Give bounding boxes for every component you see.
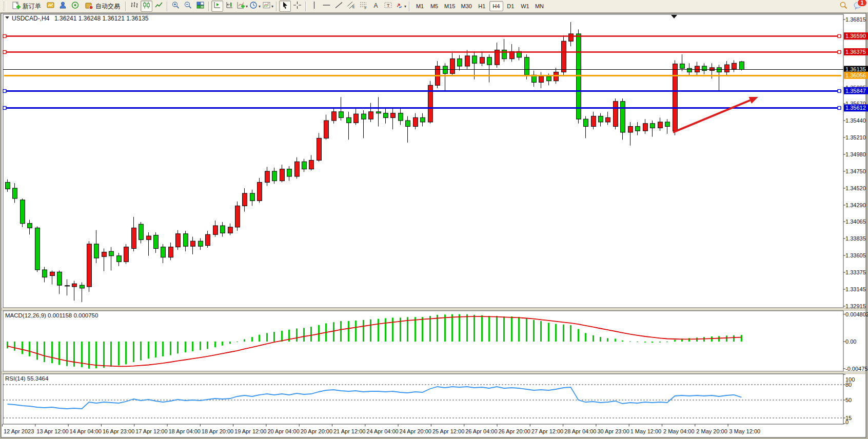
search-icon (839, 1, 848, 12)
macd-histogram-bar (355, 321, 357, 342)
vertical-line-tool-button[interactable] (308, 1, 320, 12)
candle-body (725, 65, 729, 72)
macd-histogram-bar (415, 317, 416, 342)
auto-scroll-button[interactable] (211, 1, 223, 12)
timeframe-button-d1[interactable]: D1 (504, 1, 518, 11)
macd-histogram-bar (629, 341, 631, 342)
periods-button[interactable]: ▾ (249, 1, 261, 12)
candle-body (577, 34, 581, 119)
chart-window-button[interactable] (45, 1, 56, 12)
macd-histogram-bar (459, 314, 460, 342)
trendline-tool-button[interactable] (333, 1, 345, 12)
search-button[interactable] (837, 1, 849, 12)
candle-body (643, 124, 648, 131)
rsi-axis-label: 50 (845, 397, 852, 403)
candle-body (184, 234, 188, 246)
navigator-button[interactable] (57, 1, 69, 12)
candle-body (6, 182, 10, 189)
macd-histogram-bar (162, 342, 164, 356)
equidistant-channel-tool-button[interactable]: E (345, 1, 357, 12)
candle-body (57, 272, 62, 285)
candle-body (421, 117, 425, 122)
price-chart[interactable]: 1.368151.358851.356701.354401.352101.349… (0, 13, 868, 439)
candle-body (702, 66, 707, 71)
zoom-in-button[interactable] (170, 1, 182, 12)
text-label-tool-button[interactable]: T (382, 1, 394, 12)
macd-histogram-bar (200, 342, 201, 350)
terminal-button[interactable] (69, 1, 81, 12)
macd-histogram-bar (496, 316, 498, 342)
pane-splitter[interactable] (2, 372, 865, 374)
macd-histogram-bar (674, 340, 676, 342)
macd-histogram-bar (540, 321, 542, 342)
timeframe-button-h4[interactable]: H4 (489, 1, 503, 11)
candle-body (399, 113, 403, 121)
timeframe-button-m30[interactable]: M30 (458, 1, 474, 11)
zoom-out-icon (184, 1, 192, 11)
tile-windows-icon (196, 1, 205, 11)
auto-trading-label: 自动交易 (95, 2, 120, 11)
date-axis-label: 14 Apr 04:00 (70, 428, 102, 434)
macd-histogram-bar (570, 325, 571, 342)
chart-shift-button[interactable] (224, 1, 235, 12)
macd-histogram-bar (170, 342, 171, 355)
cursor-tool-button[interactable] (279, 1, 291, 12)
timeframe-button-m5[interactable]: M5 (427, 1, 441, 11)
timeframe-button-h1[interactable]: H1 (475, 1, 489, 11)
candle-body (287, 169, 292, 176)
horizontal-line-tool-button[interactable] (321, 1, 332, 12)
rsi-pane[interactable] (3, 374, 843, 424)
pane-splitter[interactable] (2, 308, 865, 311)
tile-windows-button[interactable] (194, 1, 206, 12)
line-handle[interactable] (3, 90, 6, 93)
macd-histogram-bar (133, 342, 134, 362)
fibonacci-tool-button[interactable]: F (358, 1, 369, 12)
macd-histogram-bar (281, 331, 283, 342)
macd-histogram-bar (652, 342, 653, 343)
auto-trading-icon (85, 2, 93, 11)
price-axis-label: 1.34750 (845, 168, 866, 174)
arrow-shapes-icon (395, 1, 404, 11)
candle-body (139, 224, 144, 240)
macd-histogram-bar (273, 332, 275, 342)
line-handle[interactable] (838, 35, 841, 38)
line-handle[interactable] (3, 107, 6, 110)
candle-body (35, 228, 40, 270)
new-order-button[interactable]: 新订单 (9, 1, 44, 12)
candle-chart-mode-button[interactable] (141, 1, 152, 12)
timeframe-button-m1[interactable]: M1 (413, 1, 427, 11)
macd-histogram-bar (733, 335, 735, 342)
templates-button[interactable]: ▾ (262, 1, 274, 12)
price-axis-label: 1.33835 (845, 235, 866, 242)
candle-body (191, 241, 195, 246)
crosshair-tool-button[interactable] (291, 1, 303, 12)
indicators-button[interactable]: ▾ (236, 1, 248, 12)
line-handle[interactable] (838, 90, 841, 93)
macd-histogram-bar (481, 315, 483, 342)
text-tool-button[interactable]: A (370, 1, 382, 12)
timeframe-button-m15[interactable]: M15 (442, 1, 458, 11)
timeframe-button-mn[interactable]: MN (532, 1, 546, 11)
auto-trading-button[interactable]: 自动交易 (82, 1, 123, 12)
arrows-tool-button[interactable]: ▾ (394, 1, 407, 12)
notifications-button[interactable]: 1 (852, 1, 864, 12)
candle-body (665, 122, 670, 127)
line-handle[interactable] (838, 51, 841, 54)
bar-chart-mode-button[interactable] (128, 1, 140, 12)
price-level-label-text: 1.35612 (845, 105, 866, 111)
candle-body (547, 76, 551, 81)
line-handle[interactable] (3, 35, 6, 38)
macd-histogram-bar (296, 328, 298, 342)
macd-histogram-bar (148, 342, 149, 358)
toolbar-separator (167, 2, 168, 11)
line-handle[interactable] (838, 107, 841, 110)
timeframe-button-w1[interactable]: W1 (518, 1, 532, 11)
toolbar-grip[interactable] (4, 2, 7, 11)
date-axis-label: 24 Apr 04:00 (366, 428, 398, 434)
main-pane[interactable] (3, 14, 843, 308)
line-handle[interactable] (3, 51, 6, 54)
zoom-out-button[interactable] (182, 1, 194, 12)
price-level-label-text: 1.35847 (845, 88, 866, 94)
line-chart-mode-button[interactable] (153, 1, 165, 12)
macd-histogram-bar (444, 314, 446, 342)
